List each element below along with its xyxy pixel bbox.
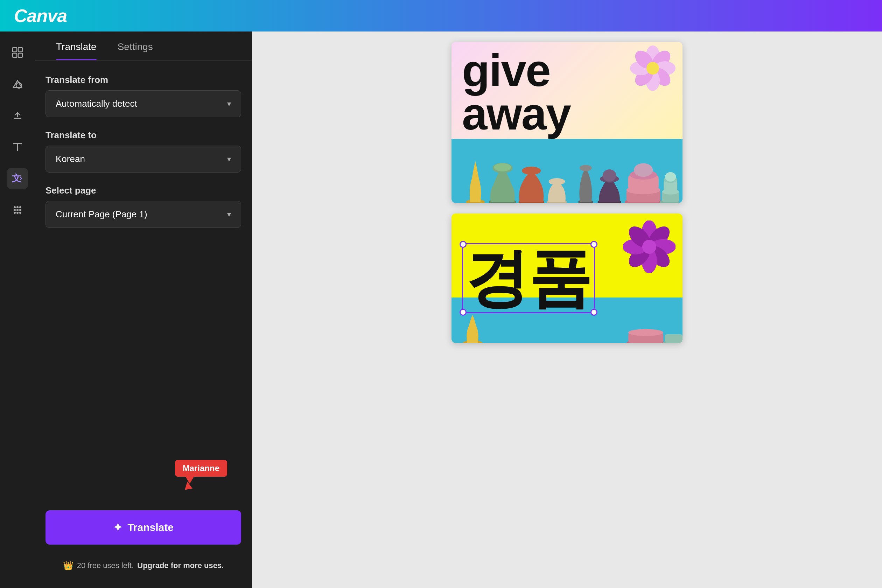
svg-point-9 [14,209,16,211]
translate-button[interactable]: ✦ Translate [45,510,241,544]
cursor-container: Marianne ▲ [45,460,241,477]
svg-point-29 [522,166,541,175]
svg-point-42 [634,163,653,177]
canva-logo: Canva [14,5,67,26]
svg-point-11 [19,209,21,211]
panel-tabs: Translate Settings [35,32,252,60]
svg-point-23 [646,62,659,75]
upgrade-link[interactable]: Upgrade for more uses. [137,561,224,570]
giveaway-bottom [452,139,682,203]
translate-from-label: Translate from [45,75,241,86]
canvas-area: give away [252,32,882,588]
crown-icon: 👑 [63,561,74,570]
svg-rect-63 [665,334,682,343]
translate-from-value: Automatically detect [56,98,137,109]
svg-point-14 [19,212,21,214]
svg-text:文: 文 [12,173,21,183]
tab-settings[interactable]: Settings [107,32,164,60]
translate-to-label: Translate to [45,130,241,141]
svg-point-7 [16,206,18,208]
flower-purple-icon [623,220,675,273]
select-page-label: Select page [45,185,241,196]
vases-svg [455,139,679,203]
svg-point-57 [642,240,656,254]
giveaway-card-content: give away [452,42,682,203]
panel-content: Translate from Automatically detect ▾ Tr… [35,60,252,588]
sidebar-item-apps[interactable] [7,200,28,220]
svg-point-8 [19,206,21,208]
translate-to-group: Translate to Korean ▾ [45,130,241,172]
user-badge: Marianne [175,460,227,477]
giveaway-top: give away [452,42,682,139]
flower-decoration-icon [630,45,675,91]
translate-button-label: Translate [128,522,174,533]
svg-point-6 [14,206,16,208]
svg-point-61 [628,329,663,336]
svg-rect-2 [13,53,17,57]
svg-point-36 [603,170,616,182]
svg-point-27 [494,163,511,171]
svg-point-48 [665,172,676,182]
translate-from-select-wrapper: Automatically detect ▾ [45,90,241,117]
sidebar-item-text[interactable] [7,136,28,158]
select-page-chevron-icon: ▾ [227,210,231,219]
translate-to-select[interactable]: Korean ▾ [45,146,241,172]
icon-sidebar: 文 [0,32,35,588]
select-page-select-wrapper: Current Page (Page 1) ▾ [45,201,241,228]
sidebar-item-shapes[interactable] [7,74,28,94]
translate-button-icon: ✦ [113,521,123,534]
select-page-value: Current Page (Page 1) [56,209,147,220]
korean-card-content: 경품 [452,213,682,343]
giveaway-line2: away [462,92,672,136]
translate-from-select[interactable]: Automatically detect ▾ [45,90,241,117]
translate-from-chevron-icon: ▾ [227,99,231,108]
topbar: Canva [0,0,882,32]
svg-rect-0 [13,48,17,52]
korean-card: 경품 [452,213,682,343]
sidebar-item-elements[interactable] [7,42,28,63]
free-uses-text: 20 free uses left. [77,561,134,570]
svg-point-12 [14,212,16,214]
handle-tr [591,241,597,248]
translate-to-select-wrapper: Korean ▾ [45,146,241,172]
korean-text: 경품 [465,243,591,313]
svg-point-33 [580,165,592,171]
svg-point-31 [549,178,565,185]
svg-rect-3 [18,53,22,57]
select-page-group: Select page Current Page (Page 1) ▾ [45,185,241,228]
translate-to-value: Korean [56,154,85,165]
cursor-arrow-icon: ▲ [180,477,196,492]
translate-from-group: Translate from Automatically detect ▾ [45,75,241,117]
svg-point-13 [16,212,18,214]
translate-panel: Translate Settings Translate from Automa… [35,32,252,588]
svg-point-10 [16,209,18,211]
free-uses-bar: 👑 20 free uses left. Upgrade for more us… [45,557,241,574]
translate-to-chevron-icon: ▾ [227,155,231,164]
tab-translate[interactable]: Translate [45,32,107,60]
korean-text-container: 경품 [462,243,595,313]
giveaway-card: give away [452,42,682,203]
svg-rect-1 [18,48,22,52]
sidebar-item-upload[interactable] [7,105,28,126]
main-area: 文 Translate Settings [0,32,882,588]
select-page-select[interactable]: Current Page (Page 1) ▾ [45,201,241,228]
sidebar-item-translate[interactable]: 文 [7,168,28,189]
